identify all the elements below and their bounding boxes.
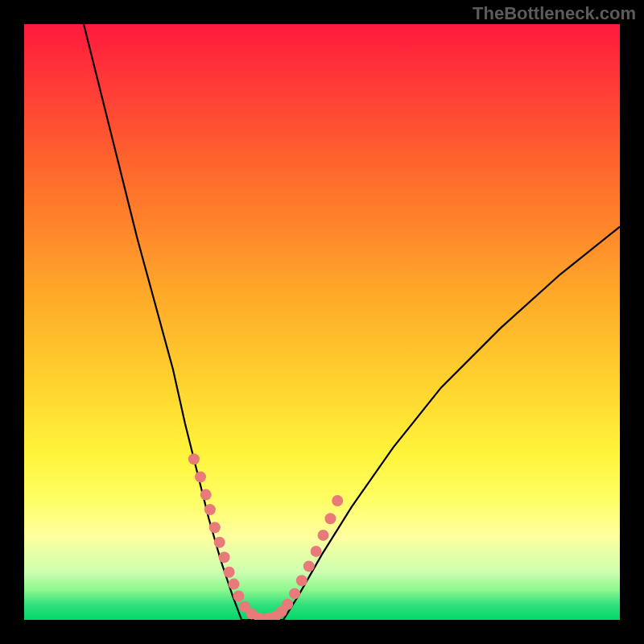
valley-dot bbox=[282, 599, 293, 610]
v-curve bbox=[84, 24, 620, 620]
valley-dot bbox=[289, 588, 300, 599]
valley-dot bbox=[224, 567, 235, 578]
bottleneck-curve bbox=[84, 24, 620, 620]
valley-dot bbox=[209, 522, 221, 533]
valley-dot bbox=[318, 530, 329, 541]
valley-dot bbox=[332, 495, 343, 506]
valley-dot bbox=[204, 504, 216, 515]
plot-area bbox=[24, 24, 620, 620]
curve-layer bbox=[24, 24, 620, 620]
valley-dots bbox=[188, 453, 343, 620]
valley-dot bbox=[311, 546, 322, 557]
chart-frame: TheBottleneck.com bbox=[0, 0, 644, 644]
valley-dot bbox=[303, 560, 315, 572]
watermark-text: TheBottleneck.com bbox=[473, 3, 636, 24]
valley-dot bbox=[219, 551, 230, 563]
valley-dot bbox=[229, 579, 240, 590]
valley-dot bbox=[188, 453, 200, 464]
valley-dot bbox=[324, 513, 336, 524]
valley-dot bbox=[233, 590, 244, 601]
valley-dot bbox=[214, 537, 225, 548]
valley-dot bbox=[296, 575, 308, 586]
valley-dot bbox=[195, 471, 206, 482]
valley-dot bbox=[200, 489, 212, 501]
